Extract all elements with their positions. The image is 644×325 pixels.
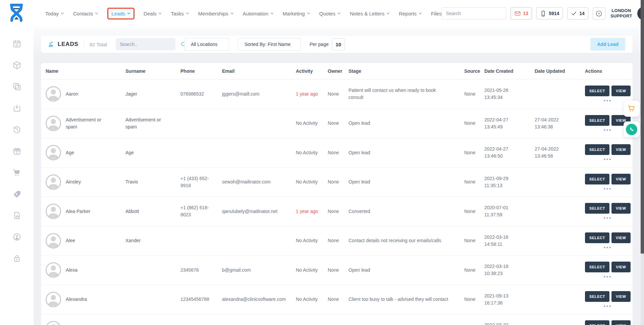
date-created-cell: 2021-09-29 11:35:13	[480, 167, 530, 197]
location-filter[interactable]: All Locations	[184, 38, 229, 51]
sidebar-item-account[interactable]	[12, 232, 21, 241]
stage-cell: Converted	[344, 197, 460, 226]
view-button[interactable]: VIEW	[611, 291, 631, 302]
nav-item-today[interactable]: Today	[45, 11, 64, 16]
phone-widget[interactable]	[624, 121, 640, 138]
sidebar-nav: 12$	[0, 27, 34, 325]
view-button[interactable]: VIEW	[611, 144, 631, 155]
select-button[interactable]: SELECT	[585, 291, 609, 302]
owner-cell: None	[323, 197, 344, 226]
select-button[interactable]: SELECT	[585, 174, 609, 184]
leads-header: LEADS 82 Total All Locations Sorted By: …	[41, 36, 633, 53]
avatar	[46, 86, 61, 102]
avatar	[46, 145, 61, 160]
leads-search-input[interactable]	[120, 42, 180, 47]
scrollbar[interactable]	[641, 0, 644, 325]
app-logo-icon[interactable]	[8, 3, 24, 23]
more-actions-button[interactable]: •••	[585, 216, 631, 220]
date-updated-cell	[530, 197, 580, 226]
phone: 2345678	[180, 267, 199, 273]
nav-item-tasks[interactable]: Tasks	[171, 11, 189, 16]
help-icon: ?	[595, 10, 602, 17]
nav-item-automation[interactable]: Automation	[243, 11, 274, 16]
view-button[interactable]: VIEW	[611, 320, 631, 325]
nav-item-marketing[interactable]: Marketing	[283, 11, 310, 16]
email: jggers@maill.com	[222, 91, 259, 97]
view-button[interactable]: VIEW	[611, 203, 631, 214]
nav-item-quotes[interactable]: Quotes	[319, 11, 341, 16]
sidebar-item-report[interactable]	[12, 211, 21, 220]
more-actions-button[interactable]: •••	[585, 99, 631, 103]
sidebar-item-price-tag[interactable]: $	[12, 189, 21, 199]
scrollbar-thumb[interactable]	[641, 0, 644, 254]
tasks-badge[interactable]: 14	[567, 7, 588, 19]
nav-item-label: Quotes	[319, 11, 335, 16]
more-actions-button[interactable]: •••	[585, 246, 631, 250]
select-button[interactable]: SELECT	[585, 232, 609, 243]
actions-cell: SELECTVIEW•••	[580, 197, 633, 226]
calendar-12-icon: 12	[12, 39, 21, 48]
phone: 076986532	[180, 91, 204, 97]
activity: No Activity	[296, 150, 318, 155]
nav-item-contacts[interactable]: Contacts	[73, 11, 98, 16]
report-icon	[12, 211, 21, 220]
nav-item-deals[interactable]: Deals	[144, 11, 162, 16]
nav-item-leads[interactable]: Leads	[107, 8, 135, 19]
nav-item-notes-letters[interactable]: Notes & Letters	[350, 11, 390, 16]
sidebar-item-cart[interactable]	[12, 168, 21, 177]
surname: Age	[125, 149, 134, 156]
more-actions-button[interactable]: •••	[585, 305, 631, 308]
column-header-activity: Activity	[291, 63, 323, 79]
nav-item-files[interactable]: Files	[431, 11, 442, 16]
select-button[interactable]: SELECT	[585, 203, 609, 214]
sidebar-item-calendar-12[interactable]: 12	[12, 39, 21, 48]
sidebar-item-package[interactable]	[12, 60, 21, 70]
more-actions-button[interactable]: •••	[585, 275, 631, 279]
calls-badge[interactable]: 5914	[536, 7, 563, 19]
table-row: AaronJager076986532jggers@maill.com1 yea…	[41, 79, 633, 109]
source-cell: None	[460, 226, 480, 256]
view-button[interactable]: VIEW	[611, 174, 631, 184]
more-actions-button[interactable]: •••	[585, 158, 631, 161]
date-created: 2022-03-22 10:35:08	[484, 322, 508, 325]
surname-cell: Jager	[121, 79, 176, 109]
sidebar-item-calendar-tray[interactable]	[12, 103, 21, 113]
date-created: 2021-05-26 13:45:34	[484, 88, 508, 100]
column-header-date-created: Date Created	[480, 63, 530, 79]
view-button[interactable]: VIEW	[611, 232, 631, 243]
select-button[interactable]: SELECT	[585, 86, 609, 96]
sidebar-item-gift[interactable]	[12, 146, 21, 156]
more-actions-button[interactable]: •••	[585, 187, 631, 191]
sidebar-item-history[interactable]	[12, 125, 21, 134]
sort-filter[interactable]: Sorted By: First Name	[238, 38, 301, 51]
sidebar-item-lock[interactable]	[12, 254, 21, 263]
table-header-row: NameSurnamePhoneEmailActivityOwnerStageS…	[41, 63, 633, 79]
source-cell: None	[460, 256, 480, 285]
nav-item-reports[interactable]: Reports	[399, 11, 422, 16]
account-icon	[12, 232, 21, 241]
cart-widget[interactable]	[624, 101, 640, 117]
messages-badge[interactable]: 13	[511, 7, 532, 19]
phone-cell	[176, 109, 217, 138]
nav-item-memberships[interactable]: Memberships	[198, 11, 234, 16]
owner: None	[328, 267, 339, 273]
activity-cell: No Activity	[291, 226, 323, 256]
surname: Jager	[125, 91, 137, 98]
topbar-search-input[interactable]	[442, 11, 506, 16]
select-button[interactable]: SELECT	[585, 115, 609, 126]
view-button[interactable]: VIEW	[611, 86, 631, 96]
email-cell: alexandra@clinicsoftware.com	[217, 285, 291, 314]
phone: 12345456788	[180, 296, 209, 302]
add-lead-button[interactable]: Add Lead	[590, 38, 625, 51]
per-page-input[interactable]	[332, 38, 345, 50]
activity-cell: No Activity	[291, 256, 323, 285]
sidebar-item-copy[interactable]	[12, 82, 21, 91]
help-button[interactable]: ?	[593, 7, 605, 19]
lead-name: Alea Parker	[66, 208, 90, 215]
select-button[interactable]: SELECT	[585, 262, 609, 272]
activity: No Activity	[296, 238, 318, 243]
select-button[interactable]: SELECT	[585, 320, 609, 325]
leads-search	[116, 38, 175, 50]
select-button[interactable]: SELECT	[585, 144, 609, 155]
view-button[interactable]: VIEW	[611, 262, 631, 272]
